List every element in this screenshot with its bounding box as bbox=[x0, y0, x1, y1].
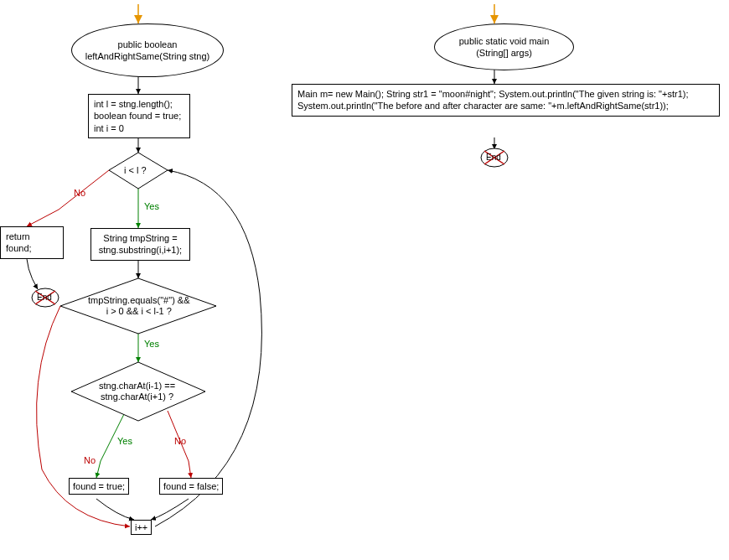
cond-char-label: stng.charAt(i-1) == stng.charAt(i+1) ? bbox=[99, 381, 175, 402]
main-label: public static void main (String[] args) bbox=[443, 35, 565, 60]
found-false-box: found = false; bbox=[159, 478, 223, 495]
increment-box: i++ bbox=[131, 520, 152, 535]
main-body-text: Main m= new Main(); String str1 = "moon#… bbox=[297, 89, 689, 111]
loop-cond-label: i < l ? bbox=[124, 165, 147, 176]
tmpstring-box: String tmpString = stng.substring(i,i+1)… bbox=[90, 228, 190, 261]
found-true-box: found = true; bbox=[69, 478, 129, 495]
flowchart-canvas: public boolean leftAndRightSame(String s… bbox=[0, 0, 729, 560]
init-box: int l = stng.length(); boolean found = t… bbox=[88, 94, 190, 138]
tmpstring-text: String tmpString = stng.substring(i,i+1)… bbox=[99, 233, 182, 255]
main-body-box: Main m= new Main(); String str1 = "moon#… bbox=[292, 84, 720, 117]
edge-no-3: No bbox=[174, 436, 186, 446]
found-false-text: found = false; bbox=[163, 481, 219, 491]
increment-text: i++ bbox=[135, 522, 147, 532]
start-node-left: public boolean leftAndRightSame(String s… bbox=[71, 23, 224, 77]
edge-yes-2: Yes bbox=[144, 339, 159, 349]
end-label-left: End bbox=[37, 293, 52, 303]
return-box: return found; bbox=[0, 226, 64, 259]
start-label: public boolean leftAndRightSame(String s… bbox=[80, 39, 215, 63]
edge-yes-3: Yes bbox=[117, 436, 132, 446]
edge-yes-1: Yes bbox=[144, 201, 159, 211]
cond-hash-label: tmpString.equals("#") && i > 0 && i < l-… bbox=[88, 295, 190, 317]
init-text: int l = stng.length(); boolean found = t… bbox=[94, 99, 181, 133]
edge-no-2: No bbox=[84, 455, 96, 465]
return-text: return found; bbox=[6, 231, 32, 253]
found-true-text: found = true; bbox=[73, 481, 125, 491]
end-label-right: End bbox=[486, 153, 501, 163]
start-node-right: public static void main (String[] args) bbox=[434, 23, 574, 70]
edge-no-1: No bbox=[74, 188, 85, 198]
